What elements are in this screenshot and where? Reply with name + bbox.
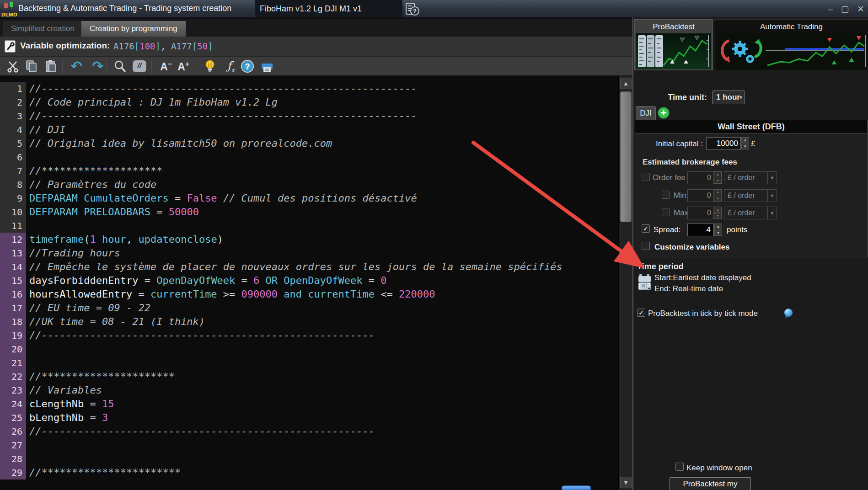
spinner-up-icon[interactable]: ▲ [714,171,722,177]
code-line[interactable]: 3//-------------------------------------… [0,109,618,123]
code-line[interactable]: 14// Empêche le système de placer de nou… [0,260,618,274]
info-bubble-icon[interactable] [783,308,794,321]
code-line[interactable]: 24cLengthNb = 15 [0,397,618,411]
time-unit-dropdown[interactable]: 1 hour ▾ [712,91,745,104]
initial-capital-spinner[interactable]: ▲ ▼ [741,137,749,150]
tab-creation-by-programming[interactable]: Creation by programming [81,21,186,37]
spinner-down-icon[interactable]: ▼ [714,230,722,236]
print-icon[interactable] [259,58,275,75]
code-line[interactable]: 11 [0,219,618,233]
fee-checkbox[interactable] [662,208,670,216]
help-icon[interactable]: ? [239,58,256,75]
spinner-down-icon[interactable]: ▼ [714,196,722,202]
spinner-up-icon[interactable]: ▲ [714,207,722,213]
editor-scrollbar[interactable]: ▲ ▼ [618,76,632,490]
fee-unit-dropdown[interactable]: £ / order▼ [724,189,777,202]
keep-window-label: Keep window open [686,463,752,473]
font-decrease-icon[interactable]: A− [158,58,174,75]
code-line[interactable]: 29//*********************** [0,466,618,479]
code-line[interactable]: 25bLengthNb = 3 [0,411,618,425]
partial-blue-button[interactable] [562,485,591,490]
fee-value-input[interactable]: 0 [687,171,714,184]
code-line[interactable]: 6 [0,150,618,164]
code-line[interactable]: 13//Trading hours [0,246,618,260]
code-line[interactable]: 28 [0,452,618,466]
toolbar-separator [62,59,63,74]
code-line[interactable]: 9DEFPARAM CumulateOrders = False // Cumu… [0,192,618,205]
code-line[interactable]: 2// Code principal : DJ 1m FiboHam v1.2 … [0,96,618,109]
code-line[interactable]: 8// Paramètres du code [0,178,618,192]
code-line[interactable]: 19//------------------------------------… [0,329,618,342]
spinner-down-icon[interactable]: ▼ [714,178,722,184]
scrollbar-thumb[interactable] [620,91,632,222]
add-instrument-button[interactable]: + [658,107,670,119]
code-line[interactable]: 23// Variables [0,383,618,397]
code-line[interactable]: 5// Original idea by lisamitch50 on pror… [0,137,618,150]
fee-value-input[interactable]: 0 [687,189,714,202]
suggestion-icon[interactable] [202,58,218,75]
undo-icon[interactable]: ↶ [68,58,85,75]
help-document-icon[interactable]: ? [404,2,420,18]
tab-probacktest[interactable]: ProBacktest [634,19,713,70]
code-line[interactable]: 21 [0,356,618,370]
tab-automatic-trading[interactable]: Automatic Trading [714,19,868,70]
customize-variables-checkbox[interactable] [642,242,650,250]
code-editor[interactable]: 1//-------------------------------------… [0,76,618,490]
cut-icon[interactable] [5,58,21,75]
maximize-button[interactable]: ▢ [841,4,852,14]
calendar-icon[interactable] [638,273,652,293]
chevron-down-icon[interactable]: ▼ [767,172,777,184]
code-line[interactable]: 1//-------------------------------------… [0,82,618,96]
fee-checkbox[interactable] [642,173,650,181]
code-line[interactable]: 27 [0,438,618,452]
function-icon[interactable]: ƒx [223,58,239,75]
wrench-page-icon[interactable] [5,40,16,53]
scroll-up-button[interactable]: ▲ [620,78,632,89]
instrument-tab-dji[interactable]: DJI [636,106,656,120]
font-increase-icon[interactable]: A+ [175,58,192,75]
comment-icon[interactable]: // [131,58,148,75]
fee-checkbox[interactable] [662,191,670,199]
copy-icon[interactable] [23,58,40,75]
redo-icon[interactable]: ↷ [90,58,106,75]
spread-spinner[interactable]: ▲ ▼ [714,224,722,236]
fee-spinner[interactable]: ▲▼ [714,189,722,202]
code-line[interactable]: 16hoursAllowedEntry = currentTime >= 090… [0,288,618,301]
keep-window-checkbox[interactable] [675,463,684,471]
code-line[interactable]: 15daysForbiddenEntry = OpenDayOfWeek = 6… [0,274,618,288]
spinner-down-icon[interactable]: ▼ [741,144,749,149]
code-line[interactable]: 7//******************** [0,164,618,178]
fee-unit-dropdown[interactable]: £ / order▼ [724,171,777,184]
code-line[interactable]: 10DEFPARAM PRELOADBARS = 50000 [0,205,618,219]
document-tab[interactable]: FiboHam v1.2 Lg DJI M1 v1 [255,0,402,17]
spinner-up-icon[interactable]: ▲ [741,137,749,143]
code-line[interactable]: 26//------------------------------------… [0,425,618,438]
minimize-button[interactable]: – [828,4,836,14]
code-line[interactable]: 17// EU time = 09 - 22 [0,301,618,315]
fee-unit-dropdown[interactable]: £ / order▼ [724,207,777,219]
fee-spinner[interactable]: ▲▼ [714,171,722,184]
fee-spinner[interactable]: ▲▼ [714,207,722,219]
code-line[interactable]: 18//UK time = 08 - 21 (I think) [0,315,618,329]
code-line[interactable]: 12timeframe(1 hour, updateonclose) [0,233,618,246]
search-icon[interactable] [112,58,128,75]
tab-simplified-creation[interactable]: Simplified creation [3,21,83,37]
scroll-down-button[interactable]: ▼ [620,477,632,488]
spread-checkbox[interactable]: ✓ [642,224,650,233]
spinner-down-icon[interactable]: ▼ [714,213,722,219]
tick-by-tick-checkbox[interactable]: ✓ [637,309,645,317]
code-line[interactable]: 20 [0,342,618,356]
code-line[interactable]: 4// DJI [0,123,618,137]
spinner-up-icon[interactable]: ▲ [714,224,722,229]
paste-icon[interactable] [43,58,59,75]
chevron-down-icon[interactable]: ▼ [767,207,777,219]
code-line[interactable]: 22//********************** [0,370,618,383]
fee-value-input[interactable]: 0 [687,207,714,219]
initial-capital-input[interactable]: 10000 [706,137,741,150]
spread-input[interactable]: 4 [687,224,714,236]
variable-optimization-values[interactable]: A176[100], A177[50] [113,41,213,51]
probacktest-my-system-button[interactable]: ProBacktest my system [670,477,751,490]
close-button[interactable]: ✕ [857,4,867,14]
spinner-up-icon[interactable]: ▲ [714,189,722,195]
chevron-down-icon[interactable]: ▼ [767,190,777,202]
